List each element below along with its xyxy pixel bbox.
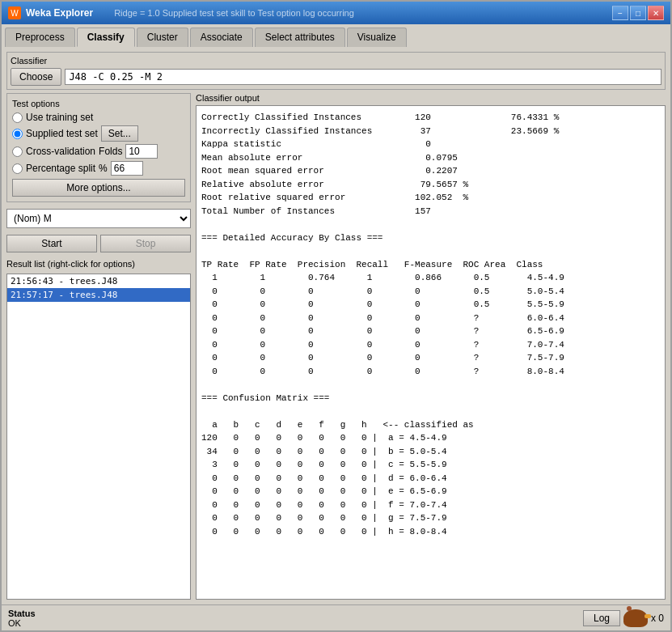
tab-classify[interactable]: Classify <box>77 28 135 47</box>
title-bar: W Weka Explorer Ridge = 1.0 Supplied tes… <box>2 2 670 24</box>
main-window: W Weka Explorer Ridge = 1.0 Supplied tes… <box>0 0 672 632</box>
radio-split[interactable] <box>12 163 23 174</box>
app-icon: W <box>8 6 21 19</box>
radio-row-split: Percentage split % <box>12 161 185 176</box>
right-panel: Classifier output Correctly Classified I… <box>196 93 666 600</box>
title-bar-left: W Weka Explorer Ridge = 1.0 Supplied tes… <box>8 6 354 19</box>
output-box[interactable]: Correctly Classified Instances 120 76.43… <box>196 105 666 600</box>
tab-associate[interactable]: Associate <box>190 28 253 47</box>
tab-visualize[interactable]: Visualize <box>347 28 407 47</box>
bird-count: x 0 <box>651 613 664 624</box>
radio-crossval-label: Cross-validation <box>26 146 95 157</box>
test-options-title: Test options <box>12 99 185 108</box>
percent-field[interactable] <box>111 161 143 176</box>
output-content: Correctly Classified Instances 120 76.43… <box>201 111 660 538</box>
bird-beak <box>645 614 651 618</box>
weka-bird-icon <box>623 609 648 627</box>
tab-cluster[interactable]: Cluster <box>137 28 188 47</box>
classifier-row: Choose <box>11 68 661 86</box>
folds-field[interactable] <box>125 144 158 159</box>
result-list-label: Result list (right-click for options) <box>6 259 191 269</box>
maximize-button[interactable]: □ <box>630 6 646 20</box>
radio-row-crossval: Cross-validation Folds <box>12 144 185 159</box>
minimize-button[interactable]: − <box>612 6 628 20</box>
radio-supplied-label: Supplied test set <box>26 128 98 139</box>
status-bar: Status OK Log x 0 <box>2 604 670 630</box>
status-value: OK <box>8 618 36 628</box>
radio-row-training: Use training set <box>12 112 185 123</box>
radio-training[interactable] <box>12 112 23 123</box>
radio-row-supplied: Supplied test set Set... <box>12 125 185 142</box>
radio-split-label: Percentage split <box>26 163 95 174</box>
radio-training-label: Use training set <box>26 112 93 123</box>
algorithm-field[interactable] <box>65 69 661 85</box>
content-area: Classifier Choose Test options Use train… <box>2 47 670 604</box>
title-subtitle: Ridge = 1.0 Supplied test set skill to T… <box>114 8 354 18</box>
result-list: 21:56:43 - trees.J48 21:57:17 - trees.J4… <box>6 274 191 600</box>
start-button[interactable]: Start <box>6 235 97 252</box>
tab-select-attributes[interactable]: Select attributes <box>255 28 345 47</box>
start-stop-row: Start Stop <box>6 235 191 252</box>
tab-preprocess[interactable]: Preprocess <box>5 28 75 47</box>
radio-crossval[interactable] <box>12 146 23 157</box>
result-item-1[interactable]: 21:57:17 - trees.J48 <box>7 288 190 302</box>
more-options-button[interactable]: More options... <box>12 179 185 197</box>
nom-selector[interactable]: (Nom) M <box>6 209 191 228</box>
choose-button[interactable]: Choose <box>11 68 61 86</box>
classifier-section: Classifier Choose <box>6 52 666 90</box>
test-options-box: Test options Use training set Supplied t… <box>6 93 191 202</box>
status-right: Log x 0 <box>583 609 664 627</box>
percent-label: % <box>99 163 108 174</box>
title-controls: − □ ✕ <box>612 6 664 20</box>
stop-button[interactable]: Stop <box>100 235 191 252</box>
radio-supplied[interactable] <box>12 129 23 139</box>
main-row: Test options Use training set Supplied t… <box>6 93 666 600</box>
app-title: Weka Explorer <box>26 7 93 19</box>
left-panel: Test options Use training set Supplied t… <box>6 93 191 600</box>
result-item-0[interactable]: 21:56:43 - trees.J48 <box>7 274 190 288</box>
classifier-label: Classifier <box>11 56 661 66</box>
status-label: Status <box>8 609 36 618</box>
tab-bar: Preprocess Classify Cluster Associate Se… <box>2 24 670 47</box>
status-left: Status OK <box>8 609 36 628</box>
bird-head <box>627 606 632 611</box>
set-button[interactable]: Set... <box>101 125 138 142</box>
folds-label: Folds <box>99 146 122 157</box>
classifier-output-label: Classifier output <box>196 93 666 103</box>
close-button[interactable]: ✕ <box>648 6 664 20</box>
log-button[interactable]: Log <box>583 610 620 626</box>
bird-area: x 0 <box>623 609 664 627</box>
